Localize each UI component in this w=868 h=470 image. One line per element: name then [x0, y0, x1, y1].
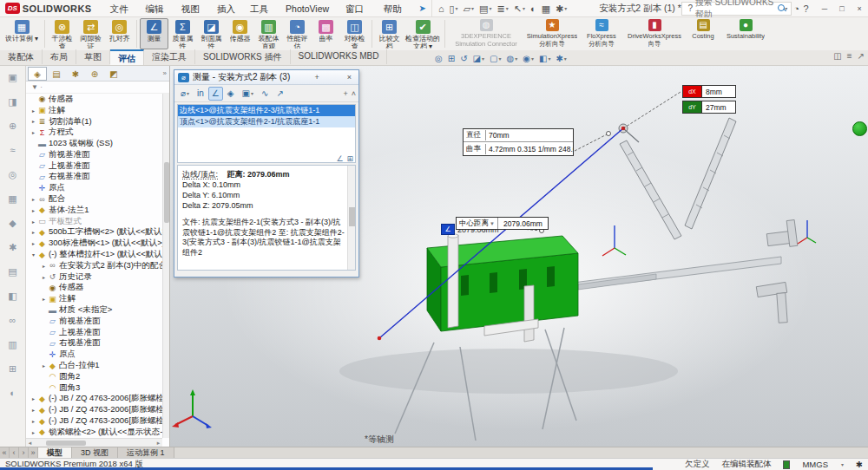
measurement-history-icon[interactable]: ∿ — [258, 87, 272, 101]
addin-button-FloXpress[interactable]: ≈FloXpress分析向导 — [580, 18, 623, 49]
tree-item[interactable]: ▱前视基准面 — [26, 149, 162, 160]
show-xyz-measurements-icon[interactable]: ∠ — [208, 87, 223, 101]
projected-on-icon[interactable]: ▣▾ — [239, 87, 257, 101]
ribbon-button-干涉检查[interactable]: ⊗干涉检查 — [48, 18, 76, 49]
addin-button-Costing[interactable]: ▤Costing — [686, 18, 720, 49]
ribbon-button-测量[interactable]: ∠测量 — [140, 18, 168, 49]
tree-item[interactable]: ▸Σ方程式 — [26, 127, 162, 138]
display-style-icon[interactable]: ◍▾ — [503, 54, 520, 63]
tree-item[interactable]: ✛原点 — [26, 349, 162, 360]
search-icon[interactable] — [778, 4, 785, 12]
center-distance-dropdown[interactable]: 中心距离 ▼ — [457, 218, 498, 229]
zoom-area-icon[interactable]: ⊞ — [445, 54, 457, 63]
open-icon[interactable]: ▱▾ — [462, 2, 476, 16]
ribbon-button-比较文档[interactable]: ⊞比较文档 — [375, 18, 404, 49]
left-toolbar-icon-13[interactable]: ◐ — [5, 385, 21, 401]
tree-item[interactable]: ▱上视基准面 — [26, 160, 162, 172]
scroll-right-icon[interactable]: ▸ — [155, 440, 162, 447]
home-icon[interactable]: ⌂ — [437, 2, 446, 16]
addin-button-Sustainability[interactable]: ●Sustainability — [720, 18, 771, 49]
left-toolbar-icon-12[interactable]: ⊞ — [5, 361, 21, 376]
addin-button-DriveWorksXpress[interactable]: ▮DriveWorksXpress向导 — [623, 18, 686, 49]
tree-item[interactable]: ▸◆(-) JB / ZQ 4763-2006[膨胀螺栓M12 — [26, 415, 162, 427]
file-properties-icon[interactable]: ▦ — [540, 2, 552, 16]
viewport-handle-dot[interactable] — [852, 121, 867, 136]
center-distance-callout[interactable]: 中心距离 ▼ 2079.06mm — [456, 217, 549, 230]
tree-expander[interactable]: ▸ — [30, 240, 37, 246]
tree-expander[interactable]: ▸ — [30, 219, 37, 225]
tree-item[interactable]: ▾◆(-) 整体槽拉杆<1> (默认<<默认>_显 — [26, 249, 162, 260]
tree-expander[interactable]: ▸ — [40, 362, 48, 369]
tree-expander[interactable]: ▾ — [30, 251, 37, 258]
tree-expander[interactable]: ▸ — [30, 118, 37, 124]
command-tab-草图[interactable]: 草图 — [76, 49, 110, 64]
tree-item[interactable]: ▸↺历史记录 — [26, 271, 162, 283]
view-orientation-icon[interactable]: ▢▾ — [487, 54, 503, 63]
maximize-button[interactable]: □ — [833, 0, 851, 17]
feature-manager-tab-2[interactable]: ✱ — [66, 67, 85, 81]
doc-tab-运动算例 1[interactable]: 运动算例 1 — [118, 447, 174, 458]
fullscreen-icon[interactable]: ↗ — [858, 51, 865, 61]
section-view-icon[interactable]: ◪▾ — [470, 54, 487, 63]
feature-manager-tab-4[interactable]: ◩ — [104, 67, 123, 81]
collapse-icon[interactable]: ˄ — [352, 89, 356, 98]
feature-manager-tab-0[interactable]: ◈ — [28, 67, 47, 81]
ribbon-button-剖面属性[interactable]: ◪剖面属性 — [197, 18, 226, 49]
ribbon-button-检查活动的文档[interactable]: ✔检查活动的文档 ▾ — [404, 18, 442, 49]
measure-selection-list[interactable]: 边线<1>@抗震支架组件2-3/抗震铰链1-1顶点<1>@抗震支架组件2-1/抗… — [177, 104, 356, 163]
menu-item[interactable]: 视图(V) — [175, 0, 211, 17]
ribbon-button-孔对齐[interactable]: ◎孔对齐 — [105, 18, 134, 49]
save-icon[interactable]: ▤▾ — [477, 2, 493, 16]
left-toolbar-icon-5[interactable]: ▦ — [5, 191, 21, 206]
tree-expander[interactable]: ▸ — [40, 263, 48, 269]
left-toolbar-icon-7[interactable]: ✱ — [5, 239, 21, 255]
addin-button-SimulationXpress[interactable]: ★SimulationXpress分析向导 — [524, 18, 580, 49]
tree-item[interactable]: ▸◆(-) JB / ZQ 4763-2006[膨胀螺栓M12 — [26, 394, 162, 405]
point-to-point-icon[interactable]: ◈ — [224, 87, 238, 101]
tree-item[interactable]: ▸▣注解 — [26, 293, 162, 304]
left-toolbar-icon-4[interactable]: ◎ — [5, 166, 21, 182]
units-precision-icon[interactable]: in — [194, 87, 207, 101]
tree-item[interactable]: ▸▣注解 — [26, 105, 162, 116]
print-icon[interactable]: ≣▾ — [496, 2, 510, 16]
tree-item[interactable]: ◉传感器 — [26, 283, 162, 294]
left-toolbar-icon-10[interactable]: ∞ — [5, 312, 21, 328]
pin-icon[interactable]: + — [312, 73, 323, 82]
menu-item[interactable]: PhotoView 360 — [279, 0, 339, 17]
tree-expander[interactable]: ▸ — [30, 418, 37, 424]
tree-item[interactable]: ▸▭平板型式 — [26, 216, 162, 227]
ribbon-button-质量属性[interactable]: Σ质量属性 — [168, 18, 197, 49]
tree-item[interactable]: ▸◆500b工字槽钢<2> (默认<<默认>_显 — [26, 227, 162, 238]
tree-item[interactable]: ▸◆300标准槽钢<1> (默认<<默认>_显示 — [26, 238, 162, 249]
edit-appearance-icon[interactable]: ◧▾ — [536, 54, 553, 63]
zoom-fit-icon[interactable]: ◎ — [432, 54, 445, 63]
help-menu-icon[interactable]: ? — [801, 3, 811, 14]
view-settings-icon[interactable]: ✱▾ — [553, 54, 569, 63]
tree-item[interactable]: ▱前视基准面 — [26, 316, 162, 327]
task-pane-icon[interactable]: ≡ — [847, 51, 852, 61]
ribbon-button-设计算例[interactable]: ▦设计算例 ▾ — [2, 18, 42, 49]
tree-expander[interactable]: ▸ — [30, 229, 37, 235]
tree-expander[interactable]: ▸ — [40, 296, 48, 302]
filter-icon[interactable]: ▼ · — [31, 83, 43, 91]
measure-mini-icon-0[interactable]: ∠ — [336, 154, 343, 163]
tree-item[interactable]: ▸∞在安装方式2 副本(3)中的配合 — [26, 260, 162, 271]
left-toolbar-icon-11[interactable]: ▥ — [5, 336, 21, 352]
menu-item[interactable]: 文件(F) — [104, 0, 140, 17]
tree-item[interactable]: ▱右视基准面 — [26, 172, 162, 183]
dialog-pin-icon[interactable]: + — [343, 89, 347, 98]
tree-expander[interactable]: ▸ — [40, 274, 48, 280]
tree-item[interactable]: ▸◆(-) JB / ZQ 4763-2006[膨胀螺栓M12 — [26, 404, 162, 415]
ribbon-button-对称检查[interactable]: ◫对称检查 — [340, 18, 369, 49]
tree-item[interactable]: ◠圆角2 — [26, 371, 162, 382]
ribbon-button-间隙验证[interactable]: ⇄间隙验证 — [76, 18, 105, 49]
tree-item[interactable]: ◉传感器 — [26, 94, 162, 105]
tree-expander[interactable]: ▸ — [30, 196, 37, 202]
scroll-left-icon[interactable]: ◂ — [26, 440, 34, 447]
tab-nav-icon-3[interactable]: » — [29, 447, 38, 458]
tree-item[interactable]: ▸∞配合 — [26, 193, 162, 205]
results-scroll-thumb[interactable] — [349, 207, 355, 226]
left-toolbar-icon-1[interactable]: ◨ — [5, 94, 21, 109]
status-gear-icon[interactable]: ✱ — [856, 460, 863, 469]
tree-expander[interactable]: ▸ — [30, 129, 37, 135]
